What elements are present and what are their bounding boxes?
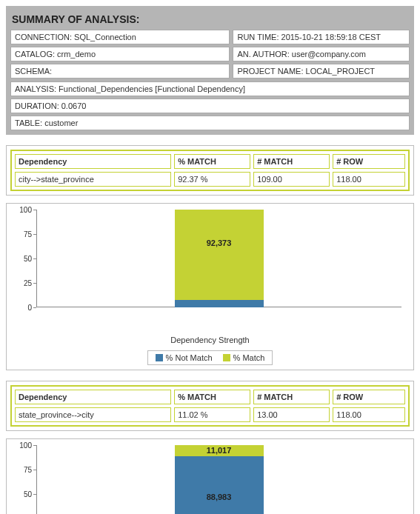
col-num-match: # MATCH: [253, 154, 330, 169]
summary-schema: SCHEMA:: [10, 64, 230, 79]
stacked-bar: 11,017 88,983: [175, 445, 264, 514]
plot-area: 92,373: [36, 210, 401, 307]
summary-of-analysis: SUMMARY OF ANALYSIS: CONNECTION: SQL_Con…: [6, 6, 414, 135]
col-percent-match: % MATCH: [174, 154, 250, 169]
col-num-match: # MATCH: [253, 390, 330, 404]
summary-project: PROJECT NAME: LOCAL_PROJECT: [233, 64, 410, 79]
table-row: city-->state_province 92.37 % 109.00 118…: [15, 172, 405, 187]
bar-segment-notmatch: 88,983: [175, 456, 264, 514]
summary-duration: DURATION: 0.0670: [10, 99, 410, 113]
legend-swatch-notmatch: [156, 354, 163, 361]
stacked-bar: 92,373: [175, 210, 264, 307]
dep-name: state_province-->city: [15, 407, 171, 422]
dependency-chart-1: 100 75 50 25 0 92,373 Dependency Strengt…: [6, 203, 414, 370]
chart-legend: % Not Match % Match: [147, 350, 273, 365]
bar-segment-match: 11,017: [175, 445, 264, 456]
summary-table: TABLE: customer: [10, 116, 410, 130]
summary-runtime: RUN TIME: 2015-10-21 18:59:18 CEST: [233, 30, 410, 44]
dep-nmatch: 109.00: [253, 172, 330, 187]
bar-segment-match: 92,373: [175, 210, 264, 300]
summary-analysis: ANALYSIS: Functional_Dependencies [Funct…: [10, 81, 410, 96]
summary-catalog: CATALOG: crm_demo: [10, 47, 230, 61]
dep-nmatch: 13.00: [253, 407, 330, 422]
table-header-row: Dependency % MATCH # MATCH # ROW: [15, 154, 405, 169]
table-header-row: Dependency % MATCH # MATCH # ROW: [15, 390, 405, 404]
dep-nrow: 118.00: [333, 407, 405, 422]
legend-swatch-match: [223, 354, 230, 361]
summary-connection: CONNECTION: SQL_Connection: [10, 30, 230, 44]
col-dependency: Dependency: [15, 390, 171, 404]
y-axis: 100 75 50 25 0: [14, 210, 35, 307]
col-dependency: Dependency: [15, 154, 171, 169]
summary-author: AN. AUTHOR: user@company.com: [233, 47, 410, 61]
col-num-row: # ROW: [333, 154, 405, 169]
y-axis: 100 75 50 25 0: [14, 445, 35, 514]
summary-title: SUMMARY OF ANALYSIS:: [10, 10, 410, 30]
col-num-row: # ROW: [333, 390, 405, 404]
col-percent-match: % MATCH: [174, 390, 250, 404]
dep-name: city-->state_province: [15, 172, 171, 187]
dependency-table-2: Dependency % MATCH # MATCH # ROW state_p…: [6, 381, 414, 431]
plot-area: 11,017 88,983: [36, 445, 401, 514]
table-row: state_province-->city 11.02 % 13.00 118.…: [15, 407, 405, 422]
x-axis-title: Dependency Strength: [14, 336, 406, 344]
bar-segment-notmatch: [175, 300, 264, 307]
dep-nrow: 118.00: [333, 172, 405, 187]
dependency-table-1: Dependency % MATCH # MATCH # ROW city-->…: [6, 145, 414, 196]
dep-pmatch: 92.37 %: [174, 172, 250, 187]
dependency-chart-2: 100 75 50 25 0 11,017 88,983 Dependency …: [6, 438, 414, 514]
dep-pmatch: 11.02 %: [174, 407, 250, 422]
